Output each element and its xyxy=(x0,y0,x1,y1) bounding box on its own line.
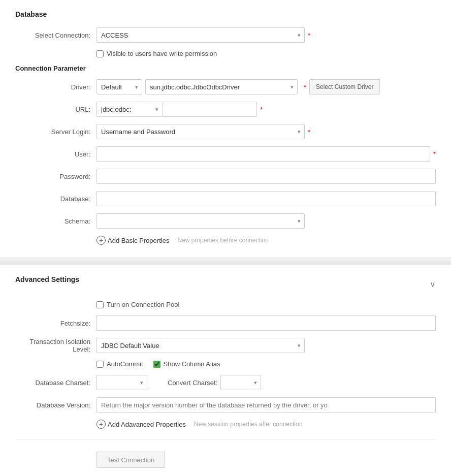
select-connection-required: * xyxy=(308,31,310,39)
url-row: URL: jdbc:odbc: jdbc:mysql: ▾ * xyxy=(15,102,436,117)
transaction-label: Transaction Isolation Level: xyxy=(15,338,96,353)
pool-checkbox[interactable] xyxy=(96,301,104,308)
db-version-row: Database Version: xyxy=(15,397,436,412)
transaction-row: Transaction Isolation Level: JDBC Defaul… xyxy=(15,338,436,353)
show-alias-label[interactable]: Show Column Alias xyxy=(153,360,220,368)
visible-row: Visible to users have write permission xyxy=(96,50,436,57)
user-control: * xyxy=(96,146,436,162)
convert-charset-wrapper[interactable]: ▾ xyxy=(220,375,261,390)
add-advanced-props-button[interactable]: + Add Adavanced Properties xyxy=(96,420,186,429)
add-basic-props-icon: + xyxy=(96,236,106,245)
advanced-title: Advanced Settings xyxy=(15,275,79,283)
driver-inputs: Default Custom ▾ sun.jdbc.odbc.JdbcOdbcD… xyxy=(96,79,380,94)
autocommit-text: AutoCommit xyxy=(107,360,143,368)
url-required: * xyxy=(260,106,263,113)
driver-default-dropdown[interactable]: Default Custom xyxy=(96,79,142,94)
fetchsize-label: Fetchsize: xyxy=(15,320,96,327)
charset-controls: ▾ Convert Charset: ▾ xyxy=(96,375,436,390)
server-login-row: Server Login: Username and Password No A… xyxy=(15,124,436,139)
db-version-input[interactable] xyxy=(96,397,436,412)
fetchsize-input[interactable]: 100 xyxy=(96,315,436,331)
driver-row: Driver: Default Custom ▾ sun.jdbc.odbc.J… xyxy=(15,79,436,94)
fetchsize-row: Fetchsize: 100 xyxy=(15,315,436,331)
select-connection-wrapper[interactable]: ACCESS MySQL PostgreSQL ▾ xyxy=(96,27,305,43)
database-input[interactable] xyxy=(96,191,436,206)
schema-wrapper[interactable]: ▾ xyxy=(96,213,305,229)
db-charset-dropdown[interactable] xyxy=(96,375,147,390)
test-connection-button[interactable]: Test Connection xyxy=(96,452,165,468)
select-connection-control: ACCESS MySQL PostgreSQL ▾ * xyxy=(96,27,436,43)
user-input[interactable] xyxy=(96,146,430,162)
database-title: Database xyxy=(15,10,436,18)
transaction-wrapper[interactable]: JDBC Default Value READ_UNCOMMITTED READ… xyxy=(96,338,305,353)
add-advanced-props-label: Add Adavanced Properties xyxy=(108,421,186,428)
new-session-hint: New session properties after connection xyxy=(194,421,302,428)
driver-required: * xyxy=(304,83,306,91)
database-label: Database: xyxy=(15,195,96,203)
user-row: User: * xyxy=(15,146,436,162)
url-prefix-dropdown[interactable]: jdbc:odbc: jdbc:mysql: xyxy=(96,102,163,117)
connection-param-title: Connection Parameter xyxy=(15,65,436,72)
transaction-control: JDBC Default Value READ_UNCOMMITTED READ… xyxy=(96,338,436,353)
pool-row: Turn on Connection Pool xyxy=(96,301,436,308)
db-version-label: Database Version: xyxy=(15,401,96,409)
visible-label[interactable]: Visible to users have write permission xyxy=(96,50,217,57)
charset-row: Database Charset: ▾ Convert Charset: xyxy=(15,375,436,390)
charset-inputs: ▾ Convert Charset: ▾ xyxy=(96,375,261,390)
transaction-dropdown[interactable]: JDBC Default Value READ_UNCOMMITTED READ… xyxy=(96,338,305,353)
database-row: Database: xyxy=(15,191,436,206)
show-alias-checkbox[interactable] xyxy=(153,361,160,368)
password-label: Password: xyxy=(15,173,96,180)
server-login-required: * xyxy=(308,128,310,136)
url-prefix-wrapper[interactable]: jdbc:odbc: jdbc:mysql: ▾ xyxy=(96,102,163,117)
new-props-hint: New properties before connection xyxy=(177,237,268,244)
url-control: jdbc:odbc: jdbc:mysql: ▾ * xyxy=(96,102,436,117)
password-row: Password: xyxy=(15,169,436,184)
db-charset-group: ▾ xyxy=(96,375,147,390)
server-login-dropdown[interactable]: Username and Password No Authentication … xyxy=(96,124,305,139)
test-connection-row: Test Connection xyxy=(15,439,436,468)
db-charset-label: Database Charset: xyxy=(15,379,96,387)
visible-checkbox[interactable] xyxy=(96,50,104,57)
url-input[interactable] xyxy=(163,102,257,117)
autocommit-checkbox[interactable] xyxy=(96,361,104,368)
db-charset-wrapper[interactable]: ▾ xyxy=(96,375,147,390)
schema-dropdown[interactable] xyxy=(96,213,305,229)
visible-text: Visible to users have write permission xyxy=(107,50,217,57)
section-divider xyxy=(0,261,451,265)
schema-row: Schema: ▾ xyxy=(15,213,436,229)
select-custom-driver-button[interactable]: Select Custom Driver xyxy=(309,79,380,94)
show-alias-text: Show Column Alias xyxy=(164,360,220,368)
schema-label: Schema: xyxy=(15,217,96,225)
select-connection-dropdown[interactable]: ACCESS MySQL PostgreSQL xyxy=(96,27,305,43)
add-basic-props-row: + Add Basic Properties New properties be… xyxy=(96,236,436,245)
server-login-label: Server Login: xyxy=(15,128,96,136)
select-connection-row: Select Connection: ACCESS MySQL PostgreS… xyxy=(15,27,436,43)
select-connection-label: Select Connection: xyxy=(15,31,96,39)
pool-label[interactable]: Turn on Connection Pool xyxy=(96,301,436,308)
driver-class-dropdown[interactable]: sun.jdbc.odbc.JdbcOdbcDriver xyxy=(145,79,298,94)
add-basic-props-button[interactable]: + Add Basic Properties xyxy=(96,236,169,245)
url-label: URL: xyxy=(15,106,96,113)
password-control xyxy=(96,169,436,184)
password-input[interactable] xyxy=(96,169,436,184)
add-advanced-props-icon: + xyxy=(96,420,106,429)
server-login-wrapper[interactable]: Username and Password No Authentication … xyxy=(96,124,305,139)
user-label: User: xyxy=(15,150,96,158)
driver-control: Default Custom ▾ sun.jdbc.odbc.JdbcOdbcD… xyxy=(96,79,436,94)
advanced-header[interactable]: Advanced Settings ∨ xyxy=(15,275,436,293)
server-login-control: Username and Password No Authentication … xyxy=(96,124,436,139)
database-control xyxy=(96,191,436,206)
fetchsize-control: 100 xyxy=(96,315,436,331)
user-required: * xyxy=(433,150,436,158)
schema-control: ▾ xyxy=(96,213,436,229)
add-basic-props-label: Add Basic Properties xyxy=(108,237,169,244)
driver-default-wrapper[interactable]: Default Custom ▾ xyxy=(96,79,142,94)
driver-class-wrapper[interactable]: sun.jdbc.odbc.JdbcOdbcDriver ▾ xyxy=(145,79,298,94)
convert-charset-dropdown[interactable] xyxy=(220,375,261,390)
advanced-section: Advanced Settings ∨ Turn on Connection P… xyxy=(0,265,451,476)
url-inputs: jdbc:odbc: jdbc:mysql: ▾ * xyxy=(96,102,263,117)
database-section: Database Select Connection: ACCESS MySQL… xyxy=(0,0,451,257)
autocommit-label[interactable]: AutoCommit xyxy=(96,360,143,368)
convert-charset-label: Convert Charset: xyxy=(168,379,217,387)
